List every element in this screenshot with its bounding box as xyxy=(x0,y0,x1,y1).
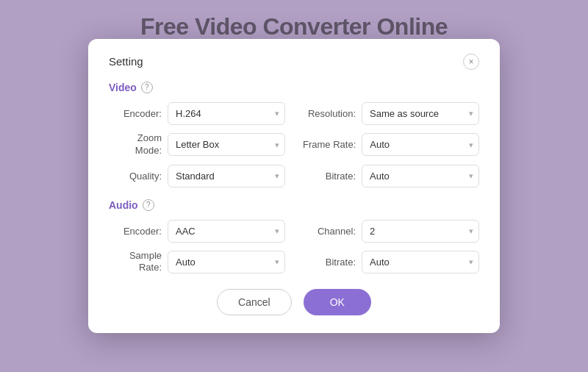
audio-bitrate-row: Bitrate: Auto 64k 128k 192k 256k 320k ▾ xyxy=(303,250,479,275)
sample-rate-select-wrapper: Auto 44100 48000 22050 ▾ xyxy=(168,251,285,273)
channel-select-wrapper: 1 2 6 ▾ xyxy=(362,220,479,243)
audio-section: Audio ? Encoder: AAC MP3 AC3 FLAC ▾ xyxy=(109,199,479,275)
resolution-row: Resolution: Same as source 1920x1080 128… xyxy=(303,102,479,125)
audio-fields: Encoder: AAC MP3 AC3 FLAC ▾ Channel: 1 xyxy=(109,220,479,275)
ok-button[interactable]: OK xyxy=(304,289,371,315)
cancel-button[interactable]: Cancel xyxy=(217,289,292,315)
zoom-mode-select-wrapper: Letter Box Pan & Scan Full None ▾ xyxy=(168,133,285,156)
quality-select[interactable]: Low Standard High Ultra High xyxy=(168,165,285,187)
video-bitrate-select-wrapper: Auto 500k 1000k 2000k 4000k ▾ xyxy=(362,165,479,187)
audio-encoder-row: Encoder: AAC MP3 AC3 FLAC ▾ xyxy=(109,220,285,243)
channel-row: Channel: 1 2 6 ▾ xyxy=(303,220,479,243)
video-section: Video ? Encoder: H.264 H.265 MPEG-4 VP9 … xyxy=(109,82,479,187)
audio-bitrate-select-wrapper: Auto 64k 128k 192k 256k 320k ▾ xyxy=(362,251,479,273)
video-encoder-select-wrapper: H.264 H.265 MPEG-4 VP9 ▾ xyxy=(168,102,285,125)
quality-select-wrapper: Low Standard High Ultra High ▾ xyxy=(168,165,285,187)
sample-rate-select[interactable]: Auto 44100 48000 22050 xyxy=(168,251,285,273)
video-help-icon[interactable]: ? xyxy=(141,82,153,93)
dialog-title: Setting xyxy=(109,55,143,68)
resolution-select-wrapper: Same as source 1920x1080 1280x720 854x48… xyxy=(362,102,479,125)
video-bitrate-label: Bitrate: xyxy=(303,171,356,182)
settings-dialog: Setting × Video ? Encoder: H.264 H.265 M… xyxy=(88,39,500,334)
video-bitrate-row: Bitrate: Auto 500k 1000k 2000k 4000k ▾ xyxy=(303,165,479,187)
audio-encoder-select-wrapper: AAC MP3 AC3 FLAC ▾ xyxy=(168,220,285,243)
resolution-select[interactable]: Same as source 1920x1080 1280x720 854x48… xyxy=(362,102,479,125)
dialog-footer: Cancel OK xyxy=(109,289,479,315)
audio-section-label: Audio ? xyxy=(109,199,479,211)
channel-select[interactable]: 1 2 6 xyxy=(362,220,479,243)
channel-label: Channel: xyxy=(303,226,356,237)
quality-row: Quality: Low Standard High Ultra High ▾ xyxy=(109,165,285,187)
audio-bitrate-label: Bitrate: xyxy=(303,257,356,268)
video-fields: Encoder: H.264 H.265 MPEG-4 VP9 ▾ Resolu… xyxy=(109,102,479,187)
frame-rate-row: Frame Rate: Auto 23.97 24 25 29.97 30 60… xyxy=(303,132,479,157)
video-encoder-row: Encoder: H.264 H.265 MPEG-4 VP9 ▾ xyxy=(109,102,285,125)
quality-label: Quality: xyxy=(109,171,162,182)
frame-rate-select-wrapper: Auto 23.97 24 25 29.97 30 60 ▾ xyxy=(362,133,479,156)
sample-rate-label: SampleRate: xyxy=(109,250,162,275)
resolution-label: Resolution: xyxy=(303,108,356,119)
frame-rate-label: Frame Rate: xyxy=(303,139,356,150)
frame-rate-select[interactable]: Auto 23.97 24 25 29.97 30 60 xyxy=(362,133,479,156)
zoom-mode-select[interactable]: Letter Box Pan & Scan Full None xyxy=(168,133,285,156)
audio-help-icon[interactable]: ? xyxy=(143,199,154,211)
audio-encoder-label: Encoder: xyxy=(109,226,162,237)
sample-rate-row: SampleRate: Auto 44100 48000 22050 ▾ xyxy=(109,250,285,275)
dialog-header: Setting × xyxy=(109,54,479,70)
close-button[interactable]: × xyxy=(463,54,479,70)
audio-bitrate-select[interactable]: Auto 64k 128k 192k 256k 320k xyxy=(362,251,479,273)
video-encoder-select[interactable]: H.264 H.265 MPEG-4 VP9 xyxy=(168,102,285,125)
zoom-mode-row: ZoomMode: Letter Box Pan & Scan Full Non… xyxy=(109,132,285,157)
video-encoder-label: Encoder: xyxy=(109,108,162,119)
zoom-mode-label: ZoomMode: xyxy=(109,132,162,157)
video-section-label: Video ? xyxy=(109,82,479,93)
audio-encoder-select[interactable]: AAC MP3 AC3 FLAC xyxy=(168,220,285,243)
video-bitrate-select[interactable]: Auto 500k 1000k 2000k 4000k xyxy=(362,165,479,187)
